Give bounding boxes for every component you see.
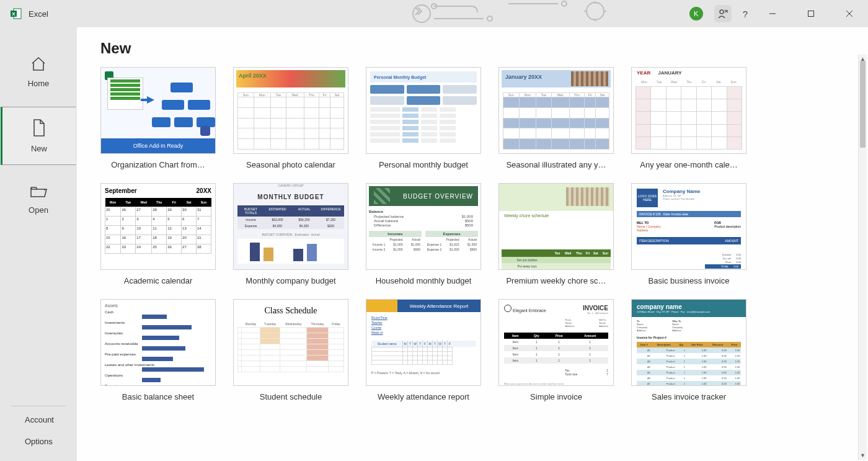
template-caption: Premium weekly chore sc… xyxy=(506,276,606,285)
template-thumbnail: January 20XX SunMonTueWedThuFriSat xyxy=(498,67,614,154)
template-caption: Basic balance sheet xyxy=(122,392,194,401)
content-area: New Office Add-In Ready Organization Cha… xyxy=(77,27,868,461)
minimize-button[interactable] xyxy=(759,0,786,27)
template-caption: Household monthly budget xyxy=(376,276,472,285)
svg-point-4 xyxy=(487,16,492,21)
nav-label: Home xyxy=(28,79,50,88)
svg-rect-10 xyxy=(808,11,814,17)
user-avatar[interactable]: K xyxy=(689,7,703,20)
template-item[interactable]: Personal Monthly Budget Personal monthly… xyxy=(366,67,481,169)
backstage-sidebar: Home New Open Account Options xyxy=(0,27,77,461)
template-thumbnail: April 20XX SunMonTueWedThuFriSat xyxy=(233,67,348,154)
template-caption: Basic business invoice xyxy=(649,276,730,285)
nav-label: Open xyxy=(29,205,48,215)
page-heading: New xyxy=(100,40,868,57)
scroll-down-icon[interactable]: ▼ xyxy=(859,451,867,460)
template-thumbnail: company name 123 Main Street · City, ST … xyxy=(631,299,746,386)
template-caption: Academic calendar xyxy=(124,276,193,285)
template-caption: Weekly attendance report xyxy=(378,392,469,401)
template-caption: Student schedule xyxy=(260,392,322,401)
template-item[interactable]: YEARJANUARY MonTueWedThuFriSatSun Any ye… xyxy=(631,67,746,169)
nav-open[interactable]: Open xyxy=(1,172,76,226)
new-doc-icon xyxy=(32,119,46,139)
template-caption: Monthly company budget xyxy=(246,276,335,285)
template-thumbnail: YEARJANUARY MonTueWedThuFriSatSun xyxy=(631,67,746,154)
svg-text:X: X xyxy=(12,11,16,17)
template-thumbnail: Weekly chore schedule TueWedThuFriSatSun… xyxy=(498,183,614,270)
vertical-scrollbar[interactable]: ▲ ▼ xyxy=(858,55,867,460)
template-caption: Seasonal illustrated any y… xyxy=(506,160,606,169)
template-caption: Organization Chart from… xyxy=(111,160,205,169)
excel-app-icon: X xyxy=(10,7,22,20)
nav-label: New xyxy=(31,144,47,153)
svg-point-5 xyxy=(432,4,436,9)
maximize-button[interactable] xyxy=(797,0,825,27)
nav-options[interactable]: Options xyxy=(0,431,77,452)
template-item[interactable]: Weekly Attendance Report Room/Time Teach… xyxy=(366,299,481,401)
titlebar: X Excel K ? xyxy=(0,0,868,27)
template-caption: Seasonal photo calendar xyxy=(246,160,335,169)
template-item[interactable]: January 20XX SunMonTueWedThuFriSat Seaso… xyxy=(498,67,614,169)
template-item[interactable]: April 20XX SunMonTueWedThuFriSat Seasona… xyxy=(233,67,348,169)
sidebar-divider xyxy=(11,406,66,406)
template-thumbnail: Weekly Attendance Report Room/Time Teach… xyxy=(366,299,481,386)
template-caption: Simple invoice xyxy=(530,392,582,401)
app-name: Excel xyxy=(29,9,48,19)
help-button[interactable]: ? xyxy=(743,0,748,27)
template-thumbnail: BUDGET OVERVIEW Balance Projected balanc… xyxy=(366,183,481,270)
home-icon xyxy=(30,56,47,74)
template-caption: Personal monthly budget xyxy=(379,160,468,169)
svg-point-7 xyxy=(587,2,604,20)
template-gallery: Office Add-In Ready Organization Chart f… xyxy=(100,63,868,401)
nav-account[interactable]: Account xyxy=(0,409,77,431)
svg-point-6 xyxy=(562,1,567,6)
account-manager-icon[interactable] xyxy=(714,5,732,22)
template-item[interactable]: LOGO GOES HERE Company Name Address, ST,… xyxy=(631,183,746,285)
nav-new[interactable]: New xyxy=(1,107,76,165)
open-folder-icon xyxy=(29,184,48,200)
template-thumbnail: Class Schedule MondayTuesdayWednesdayThu… xyxy=(233,299,348,386)
scroll-thumb[interactable] xyxy=(860,61,866,148)
template-item[interactable]: company name 123 Main Street · City, ST … xyxy=(631,299,746,401)
close-button[interactable] xyxy=(836,0,863,27)
template-caption: Sales invoice tracker xyxy=(652,392,726,401)
template-thumbnail: Assets Cash Investments Inventories Acco… xyxy=(100,299,216,386)
nav-home[interactable]: Home xyxy=(1,45,76,99)
decorative-circuit xyxy=(397,0,707,27)
template-thumbnail: Elegant Embrace INVOICENo. 1 · dd/mm/yea… xyxy=(498,299,614,386)
template-item[interactable]: CANDRO GROUP MONTHLY BUDGET BUDGET TOTAL… xyxy=(233,183,348,285)
template-item[interactable]: September20XX MonTueWedThuFriSatSun 2526… xyxy=(100,183,216,285)
template-thumbnail: LOGO GOES HERE Company Name Address, ST,… xyxy=(631,183,746,270)
template-item[interactable]: Class Schedule MondayTuesdayWednesdayThu… xyxy=(233,299,348,401)
template-item[interactable]: Assets Cash Investments Inventories Acco… xyxy=(100,299,216,401)
template-thumbnail: Office Add-In Ready xyxy=(100,67,216,154)
template-thumbnail: CANDRO GROUP MONTHLY BUDGET BUDGET TOTAL… xyxy=(233,183,348,270)
template-item[interactable]: Elegant Embrace INVOICENo. 1 · dd/mm/yea… xyxy=(498,299,614,401)
template-item[interactable]: Office Add-In Ready Organization Chart f… xyxy=(100,67,216,169)
svg-point-3 xyxy=(413,5,430,22)
template-item[interactable]: Weekly chore schedule TueWedThuFriSatSun… xyxy=(498,183,614,285)
template-thumbnail: September20XX MonTueWedThuFriSatSun 2526… xyxy=(100,183,216,270)
template-caption: Any year one-month cale… xyxy=(640,160,738,169)
template-thumbnail: Personal Monthly Budget xyxy=(366,67,481,154)
svg-point-8 xyxy=(720,10,724,14)
template-item[interactable]: BUDGET OVERVIEW Balance Projected balanc… xyxy=(366,183,481,285)
